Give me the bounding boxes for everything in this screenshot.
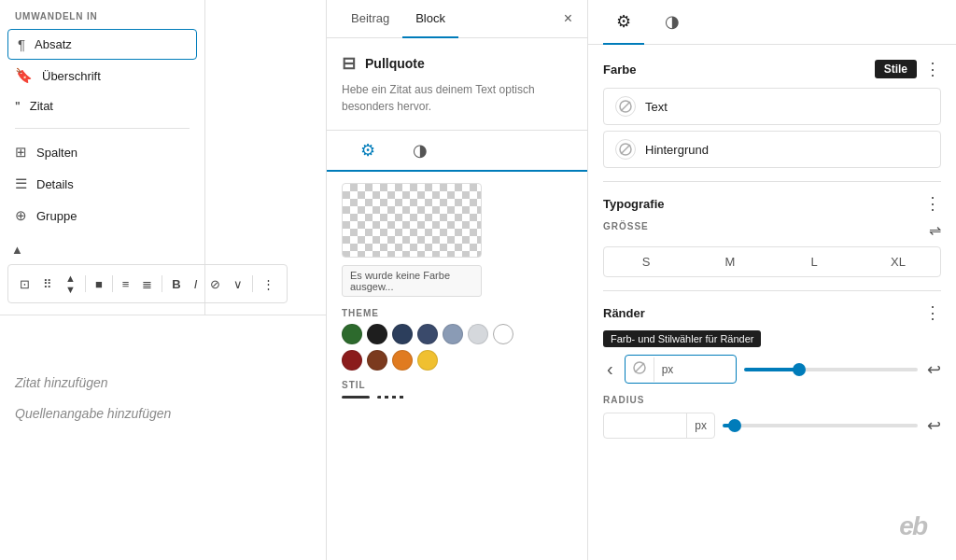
raender-section: Ränder ⋮ Farb- und Stilwähler für Ränder… [603, 304, 941, 439]
quote-placeholder[interactable]: Zitat hinzufügen [15, 371, 311, 395]
toolbar-align-btn[interactable]: ⊡ [14, 273, 35, 295]
block-description: Hebe ein Zitat aus deinem Text optisch b… [342, 81, 572, 115]
radius-link-icon[interactable]: ↩ [927, 415, 941, 436]
tab-close-button[interactable]: × [560, 7, 576, 31]
color-row-text[interactable]: Text [603, 88, 941, 125]
menu-item-ueberschrift[interactable]: 🔖 Überschrift [0, 60, 204, 91]
no-color-message: Es wurde keine Farbe ausgew... [342, 265, 482, 297]
typografie-more-button[interactable]: ⋮ [924, 195, 941, 212]
raender-slider-row: ↩ [744, 359, 941, 380]
raender-input-row: ‹ px ↩ [603, 355, 941, 384]
toolbar-justify-btn[interactable]: ≣ [136, 273, 158, 295]
size-s[interactable]: S [604, 247, 688, 276]
swatch-green[interactable] [342, 324, 362, 344]
theme-swatches-row1 [342, 324, 572, 344]
size-l[interactable]: L [772, 247, 856, 276]
sub-tabs-row: ⚙ ◑ [327, 131, 587, 172]
right-content: Farbe Stile ⋮ Text Hintergrund [588, 45, 956, 515]
tab-beitrag[interactable]: Beitrag [338, 0, 402, 38]
menu-item-label: Absatz [35, 37, 72, 51]
size-xl[interactable]: XL [856, 247, 940, 276]
stil-dashes [342, 396, 572, 399]
menu-item-zitat[interactable]: " Zitat [0, 91, 204, 120]
toolbar-bold-btn[interactable]: B [166, 273, 186, 295]
toolbar-divider-4 [252, 275, 253, 292]
right-tab-settings[interactable]: ⚙ [603, 0, 644, 45]
toolbar-divider-2 [112, 275, 113, 292]
typografie-section-header: Typografie ⋮ [603, 195, 941, 212]
menu-item-label: Details [36, 177, 74, 191]
radius-slider-track[interactable] [723, 424, 918, 427]
toolbar-divider-3 [162, 275, 162, 292]
swatch-brown[interactable] [367, 350, 387, 371]
farbe-section: Farbe Stile ⋮ Text Hintergrund [603, 60, 941, 168]
quote-icon: " [15, 100, 21, 113]
toolbar-left-align-btn[interactable]: ≡ [117, 273, 135, 295]
raender-section-header: Ränder ⋮ [603, 304, 941, 321]
raender-back-button[interactable]: ‹ [603, 355, 617, 384]
raender-unit: px [654, 357, 682, 382]
swatch-navy[interactable] [392, 324, 413, 344]
svg-line-5 [635, 363, 644, 372]
toolbar-up-btn[interactable]: ▲▼ [60, 269, 81, 299]
raender-slider-track[interactable] [744, 368, 918, 371]
sub-tab-settings[interactable]: ⚙ [342, 131, 394, 172]
toolbar-more-btn[interactable]: ⋮ [257, 273, 280, 295]
block-info: ⊟ Pullquote Hebe ein Zitat aus deinem Te… [327, 38, 587, 131]
raender-more-button[interactable]: ⋮ [924, 304, 941, 321]
menu-item-spalten[interactable]: ⊞ Spalten [0, 136, 204, 168]
size-m[interactable]: M [688, 247, 772, 276]
menu-item-details[interactable]: ☰ Details [0, 168, 204, 200]
toolbar-grid-btn[interactable]: ⠿ [37, 273, 58, 295]
text-color-label: Text [645, 100, 668, 114]
swatch-darkred[interactable] [342, 350, 362, 371]
right-tab-styles[interactable]: ◑ [652, 0, 693, 45]
toolbar-chevron-btn[interactable]: ∨ [228, 273, 248, 295]
swatch-yellow[interactable] [417, 350, 438, 371]
farbe-title: Farbe [603, 63, 636, 77]
pullquote-icon: ⊟ [342, 53, 356, 74]
menu-divider [15, 128, 190, 129]
raender-title: Ränder [603, 306, 645, 320]
color-row-hintergrund[interactable]: Hintergrund [603, 131, 941, 168]
menu-item-label: Spalten [36, 146, 77, 160]
stil-dash-solid[interactable] [342, 396, 370, 399]
stile-badge[interactable]: Stile [875, 60, 917, 78]
right-panel: ⚙ ◑ Farbe Stile ⋮ Text H [588, 0, 956, 560]
sub-tab-styles[interactable]: ◑ [394, 131, 446, 170]
swatch-white[interactable] [493, 324, 513, 344]
toolbar-block-btn[interactable]: ■ [90, 273, 108, 295]
groesse-label: GRÖSSE [603, 221, 649, 231]
swatch-orange[interactable] [392, 350, 413, 371]
source-placeholder[interactable]: Quellenangabe hinzufügen [15, 402, 311, 426]
radius-slider-thumb[interactable] [728, 419, 741, 432]
theme-swatches-row2 [342, 350, 572, 371]
stil-dash-dotted[interactable] [377, 396, 405, 399]
radius-input-row: px ↩ [603, 413, 941, 439]
section-divider-1 [603, 181, 941, 182]
menu-item-gruppe[interactable]: ⊕ Gruppe [0, 200, 204, 231]
details-icon: ☰ [15, 175, 27, 192]
toolbar-divider [85, 275, 86, 292]
raender-slider-thumb[interactable] [793, 363, 806, 376]
tab-block[interactable]: Block [402, 0, 458, 38]
swatch-black[interactable] [367, 324, 387, 344]
color-checker-box[interactable] [342, 183, 482, 258]
swatch-lightblue[interactable] [443, 324, 463, 344]
toolbar-italic-btn[interactable]: I [189, 273, 204, 295]
swatch-blue[interactable] [417, 324, 438, 344]
swatch-silver[interactable] [468, 324, 488, 344]
raender-link-icon[interactable]: ↩ [927, 359, 941, 380]
menu-item-label: Zitat [30, 99, 53, 113]
stil-label: STIL [342, 380, 572, 390]
menu-item-absatz[interactable]: ¶ Absatz [7, 29, 197, 60]
typografie-section: Typografie ⋮ GRÖSSE ⇌ S M L XL [603, 195, 941, 277]
radius-unit: px [686, 413, 714, 438]
left-main-panel: UMWANDELN IN ¶ Absatz 🔖 Überschrift " Zi… [0, 0, 327, 560]
farbe-more-button[interactable]: ⋮ [924, 61, 941, 77]
toolbar-link-btn[interactable]: ⊘ [204, 273, 226, 295]
toolbar: ⊡ ⠿ ▲▼ ■ ≡ ≣ B I ⊘ ∨ ⋮ [7, 264, 288, 303]
filter-icon[interactable]: ⇌ [929, 221, 941, 239]
radius-section: RADIUS px ↩ [603, 395, 941, 439]
menu-item-label: Gruppe [36, 209, 77, 223]
